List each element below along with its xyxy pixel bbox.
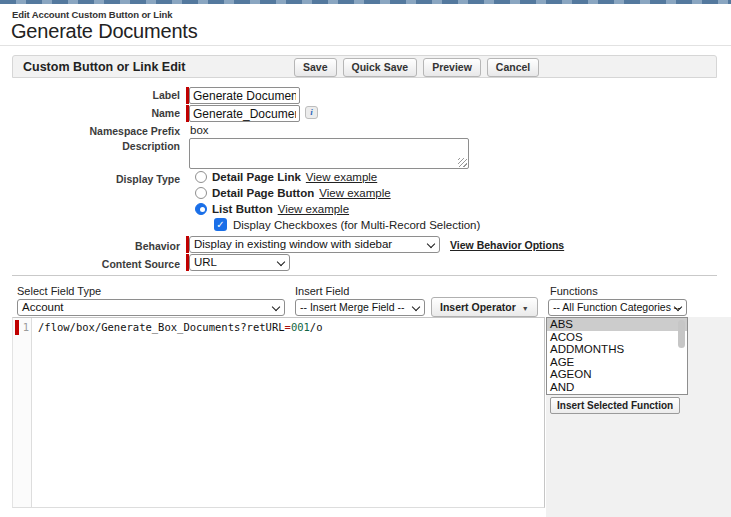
function-item-age[interactable]: AGE [547, 356, 687, 369]
functions-label: Functions [550, 285, 598, 297]
resize-grip-icon[interactable] [458, 158, 467, 167]
page: Edit Account Custom Button or Link Gener… [0, 0, 731, 517]
display-type-label: Display Type [12, 173, 180, 185]
name-input[interactable] [189, 105, 300, 122]
insert-field-select-value: -- Insert Merge Field -- [300, 301, 404, 313]
cancel-button[interactable]: Cancel [487, 58, 539, 77]
content-source-select-value: URL [194, 256, 217, 268]
chevron-down-icon [272, 303, 280, 311]
function-item-acos[interactable]: ACOS [547, 331, 687, 344]
description-label: Description [12, 140, 180, 152]
insert-selected-function-button[interactable]: Insert Selected Function [550, 397, 680, 414]
caret-down-icon: ▼ [522, 305, 529, 312]
section-title: Custom Button or Link Edit [23, 60, 185, 74]
radio-selected-icon[interactable] [195, 203, 207, 215]
radio-option-label: List Button [212, 203, 273, 215]
editor-gutter: 1 [13, 318, 32, 507]
preview-button[interactable]: Preview [423, 58, 481, 77]
chevron-down-icon [427, 240, 435, 248]
insert-operator-button[interactable]: Insert Operator▼ [431, 297, 538, 317]
radio-option-label: Detail Page Link [212, 171, 301, 183]
section-divider [12, 275, 717, 276]
function-item-and[interactable]: AND [547, 381, 687, 394]
field-type-select-value: Account [22, 301, 64, 313]
code-path: /flow/box/Generate_Box_Documents?retURL [38, 321, 285, 333]
checkbox-checked-icon[interactable]: ✓ [214, 218, 227, 231]
function-item-abs[interactable]: ABS [547, 318, 687, 331]
info-icon[interactable]: i [305, 106, 318, 119]
line-number: 1 [13, 321, 29, 333]
top-accent-strip [0, 0, 731, 4]
behavior-select[interactable]: Display in existing window with sidebar [189, 236, 440, 253]
insert-field-label: Insert Field [295, 285, 349, 297]
view-behavior-options-link[interactable]: View Behavior Options [450, 239, 564, 251]
function-item-ageon[interactable]: AGEON [547, 368, 687, 381]
label-field-label: Label [12, 89, 180, 101]
functions-listbox[interactable]: ABS ACOS ADDMONTHS AGE AGEON AND [546, 317, 688, 395]
content-source-label: Content Source [12, 258, 180, 270]
select-field-type-label: Select Field Type [17, 285, 101, 297]
chevron-down-icon [277, 258, 285, 266]
chevron-down-icon [412, 303, 420, 311]
save-button[interactable]: Save [294, 58, 337, 77]
code-number: 001 [291, 321, 310, 333]
formula-code-editor[interactable]: 1 /flow/box/Generate_Box_Documents?retUR… [12, 317, 545, 508]
radio-icon[interactable] [195, 171, 207, 183]
radio-option-label: Detail Page Button [212, 187, 314, 199]
code-suffix: /o [310, 321, 323, 333]
behavior-label: Behavior [12, 240, 180, 252]
view-example-link[interactable]: View example [306, 171, 377, 183]
description-textarea[interactable] [189, 138, 469, 169]
radio-icon[interactable] [195, 187, 207, 199]
action-button-row: Save Quick Save Preview Cancel [294, 58, 539, 77]
display-type-option-detail-page-link[interactable]: Detail Page Link View example [195, 170, 377, 183]
title-divider [0, 45, 731, 46]
checkbox-label: Display Checkboxes (for Multi-Record Sel… [233, 219, 480, 231]
display-type-option-detail-page-button[interactable]: Detail Page Button View example [195, 186, 391, 199]
name-field-label: Name [12, 107, 180, 119]
view-example-link[interactable]: View example [319, 187, 390, 199]
display-checkboxes-row[interactable]: ✓ Display Checkboxes (for Multi-Record S… [214, 218, 480, 231]
namespace-value: box [190, 124, 209, 136]
namespace-label: Namespace Prefix [12, 125, 180, 137]
view-example-link[interactable]: View example [278, 203, 349, 215]
insert-field-select[interactable]: -- Insert Merge Field -- [295, 299, 425, 316]
section-header: Custom Button or Link Edit Save Quick Sa… [12, 55, 717, 78]
code-line[interactable]: /flow/box/Generate_Box_Documents?retURL=… [38, 321, 323, 333]
breadcrumb: Edit Account Custom Button or Link [12, 9, 172, 20]
behavior-select-value: Display in existing window with sidebar [194, 238, 392, 250]
scrollbar-thumb[interactable] [678, 320, 685, 348]
function-category-select[interactable]: -- All Function Categories -- [548, 299, 687, 316]
quick-save-button[interactable]: Quick Save [343, 58, 418, 77]
insert-operator-label: Insert Operator [440, 301, 516, 313]
display-type-option-list-button[interactable]: List Button View example [195, 202, 349, 215]
function-category-value: -- All Function Categories -- [553, 301, 681, 313]
field-type-select[interactable]: Account [17, 299, 285, 316]
page-title: Generate Documents [11, 20, 198, 43]
label-input[interactable] [189, 87, 300, 104]
function-item-addmonths[interactable]: ADDMONTHS [547, 343, 687, 356]
content-source-select[interactable]: URL [189, 254, 290, 271]
